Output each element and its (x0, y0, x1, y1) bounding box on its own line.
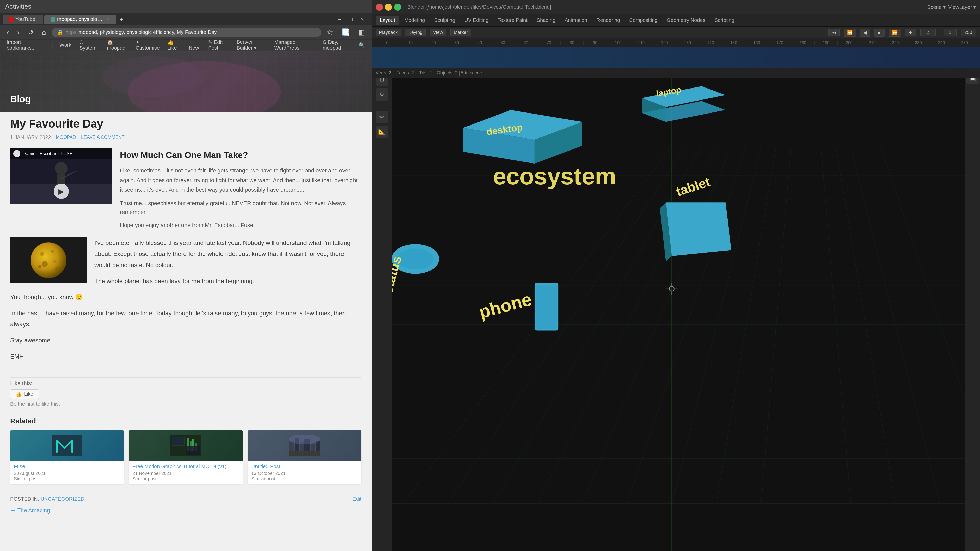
related-card-title-2[interactable]: Untitled Post (251, 464, 358, 469)
ruler-210: 210 (861, 41, 883, 45)
toolbar-new[interactable]: + New (186, 38, 203, 52)
close-button[interactable]: × (358, 15, 366, 24)
step-back-btn[interactable]: ⏪ (844, 29, 856, 37)
toolbar-edit-post[interactable]: ✎ Edit Post (205, 38, 231, 52)
related-card-2[interactable]: Untitled Post 13 October 2021 Similar po… (248, 430, 361, 484)
bookmark-button[interactable]: 📑 (339, 27, 353, 38)
activities-label: Activities (0, 0, 37, 13)
planet-image (10, 237, 87, 283)
toolbar-like[interactable]: 👍 Like (165, 38, 184, 52)
jump-to-end-btn[interactable]: ⏭ (905, 29, 916, 37)
video-play-button[interactable]: ▶ (54, 184, 69, 199)
sidebar-transform-icon[interactable]: ✥ (375, 88, 388, 100)
post-comment-link[interactable]: LEAVE A COMMENT (81, 135, 124, 140)
blender-tab-rendering[interactable]: Rendering (592, 16, 624, 25)
frame-start-display[interactable]: 1 (944, 29, 956, 37)
post-options-icon[interactable]: ⋮ (356, 134, 361, 140)
blender-tab-sculpting[interactable]: Sculpting (430, 16, 459, 25)
play-reverse-btn[interactable]: ◀ (860, 29, 870, 37)
sidebar-annotate-icon[interactable]: ✏ (375, 111, 388, 123)
blender-tab-compositing[interactable]: Compositing (625, 16, 662, 25)
home-button[interactable]: ⌂ (39, 27, 49, 38)
toolbar-moopad[interactable]: 🏠 moopad (104, 38, 130, 52)
edit-link[interactable]: Edit (353, 496, 361, 502)
prev-post[interactable]: ← The Amazing (10, 507, 361, 514)
work-bookmark[interactable]: Work (57, 41, 74, 49)
video-embed[interactable]: Damien Escobar - FUSE ⋮ ▶ (10, 148, 112, 204)
blender-tab-modeling[interactable]: Modeling (400, 16, 429, 25)
svg-point-7 (55, 162, 68, 175)
toolbar-customise[interactable]: ✦ Customise (133, 38, 162, 52)
address-bar[interactable]: 🔒 https moopad, physiology, physiologic … (52, 27, 321, 37)
blender-main: ✛ ↔ ↻ ⊡ ✥ ✏ 📐 👁 📷 ☀ 🔲 (372, 27, 980, 551)
viewport-grid-svg: desktop laptop (392, 27, 965, 551)
maximize-button[interactable]: □ (346, 15, 355, 24)
system-bookmark[interactable]: ⬡ System (77, 38, 101, 52)
minimize-button[interactable]: − (335, 15, 344, 24)
post-paragraph-1: Like, sometimes... it's not even fair. l… (120, 166, 361, 194)
blender-tab-uv-editing[interactable]: UV Editing (460, 16, 493, 25)
frame-end-display[interactable]: 250 (961, 29, 976, 37)
tab-youtube[interactable]: YouTube (3, 15, 43, 24)
post-category[interactable]: MOOPAD (56, 135, 76, 140)
svg-point-16 (38, 265, 41, 268)
current-frame-display[interactable]: 2 (920, 29, 935, 37)
blender-tab-geometry-nodes[interactable]: Geometry Nodes (663, 16, 710, 25)
blender-tab-scripting[interactable]: Scripting (711, 16, 738, 25)
blender-tab-animation[interactable]: Animation (560, 16, 591, 25)
related-card-title-0[interactable]: Fuse (14, 464, 120, 469)
timeline-ruler: 0 10 20 30 40 50 60 70 80 90 100 110 120… (372, 38, 980, 48)
search-browser-button[interactable]: 🔍 (356, 41, 368, 49)
blender-view-layer-dropdown[interactable]: ViewLayer ▾ (948, 4, 976, 10)
toolbar-beaver-builder[interactable]: Beaver Builder ▾ (234, 38, 269, 52)
like-btn-label: Like (24, 391, 33, 397)
blender-close-button[interactable] (375, 3, 383, 11)
post-media-row: Damien Escobar - FUSE ⋮ ▶ How Much Can O… (10, 148, 361, 230)
like-button[interactable]: 👍 Like (10, 389, 39, 399)
related-card-date-1: 21 November 2021 (132, 471, 239, 476)
svg-marker-76 (666, 202, 732, 256)
timeline-ruler-marks: 0 10 20 30 40 50 60 70 80 90 100 110 120… (375, 41, 976, 45)
jump-to-start-btn[interactable]: ⏮ (829, 29, 840, 37)
tab-close-icon[interactable]: × (107, 17, 110, 22)
blender-tab-texture-paint[interactable]: Texture Paint (493, 16, 531, 25)
screenshot-button[interactable]: ◧ (356, 27, 368, 38)
blender-tab-shading[interactable]: Shading (533, 16, 559, 25)
blender-viewport[interactable]: desktop laptop (392, 27, 965, 551)
blender-min-button[interactable] (385, 3, 392, 11)
blender-tab-layout[interactable]: Layout (375, 16, 399, 25)
back-button[interactable]: ‹ (4, 27, 11, 38)
related-card-0[interactable]: Fuse 28 August 2021 Similar post (10, 430, 124, 484)
ruler-90: 90 (584, 41, 606, 45)
ruler-110: 110 (630, 41, 652, 45)
step-forward-btn[interactable]: ⏩ (889, 29, 901, 37)
blender-scene-dropdown[interactable]: Scene ▾ (927, 4, 945, 10)
timeline-keying-btn[interactable]: Keying (405, 29, 426, 37)
related-card-1[interactable]: Free Motion Graphics Tutorial MOTN (v1).… (129, 430, 242, 484)
import-bookmarks[interactable]: Import bookmarks... (4, 38, 48, 52)
related-card-title-1[interactable]: Free Motion Graphics Tutorial MOTN (v1).… (132, 464, 239, 469)
category-link[interactable]: UNCATEGORIZED (41, 496, 84, 502)
svg-point-15 (53, 260, 57, 263)
timeline-track[interactable] (372, 48, 980, 68)
blender-title-bar: Blender [/home/josh/blender/files/Device… (372, 0, 980, 14)
ruler-160: 160 (745, 41, 768, 45)
blog-content: Blog My Favourite Day 1 JANUARY 2022 MOO… (0, 51, 372, 551)
forward-button[interactable]: › (14, 27, 22, 38)
post-paragraph-2: Trust me... speechless but eternally gra… (120, 199, 361, 217)
browser-toolbar: Import bookmarks... | Work ⬡ System 🏠 mo… (0, 39, 372, 51)
timeline-view-btn[interactable]: View (430, 29, 446, 37)
tab-moopad[interactable]: moopad, physiology,p... × (45, 15, 116, 24)
new-tab-button[interactable]: + (117, 15, 126, 24)
ecosystem-label: ecosystem (493, 163, 616, 189)
ruler-30: 30 (445, 41, 468, 45)
blender-max-button[interactable] (394, 3, 401, 11)
play-btn[interactable]: ▶ (874, 29, 885, 37)
refresh-button[interactable]: ↺ (25, 27, 36, 38)
toolbar-managed-wordpress[interactable]: Managed WordPress (272, 38, 315, 52)
timeline-marker-btn[interactable]: Marker (450, 29, 471, 37)
timeline-playback-btn[interactable]: Playback (375, 29, 401, 37)
video-more-icon[interactable]: ⋮ (105, 151, 109, 156)
sidebar-measure-icon[interactable]: 📐 (375, 125, 388, 138)
star-button[interactable]: ☆ (324, 27, 336, 38)
